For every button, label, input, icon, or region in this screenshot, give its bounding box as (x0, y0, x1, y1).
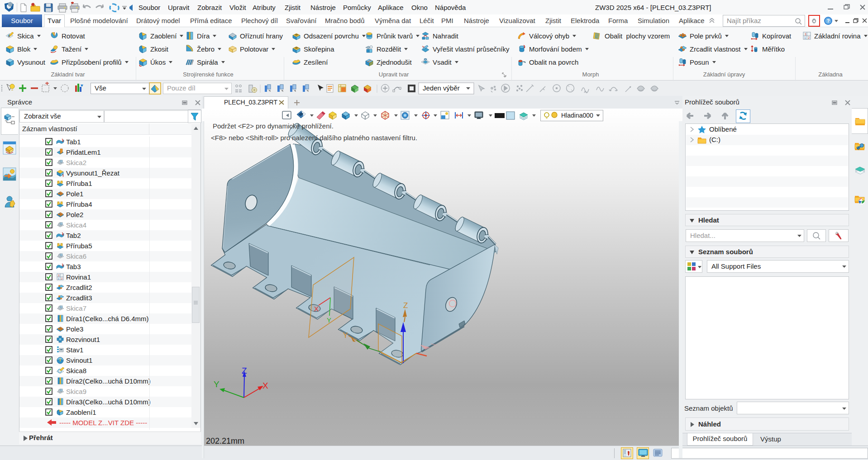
svg-text:Y: Y (343, 332, 348, 339)
svg-text:X: X (314, 305, 319, 313)
svg-text:Y: Y (214, 379, 219, 389)
svg-text:Z: Z (242, 366, 247, 375)
svg-text:?: ? (827, 18, 830, 24)
svg-text:Y: Y (327, 316, 331, 324)
svg-text:X: X (262, 381, 268, 390)
svg-text:Z: Z (403, 301, 408, 310)
svg-text:Jeden výběr: Jeden výběr (423, 84, 460, 92)
svg-text:Hladina000: Hladina000 (561, 112, 593, 119)
